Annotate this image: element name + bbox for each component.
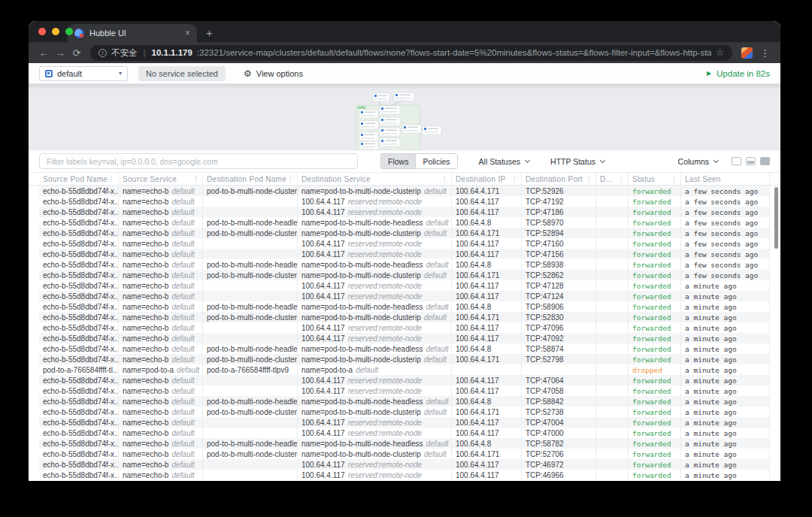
column-header-destination-pod-name[interactable]: Destination Pod Name⋮ <box>203 173 298 185</box>
column-menu-icon[interactable]: ⋮ <box>618 176 624 183</box>
chevron-down-icon: ▾ <box>119 70 122 77</box>
status-badge: forwarded <box>632 208 671 216</box>
table-row[interactable]: echo-b-55d8dbd74f-x…name=echo-bdefault10… <box>39 249 770 259</box>
column-menu-icon[interactable]: ⋮ <box>287 176 293 183</box>
flow-filter-input[interactable] <box>39 153 358 169</box>
table-row[interactable]: echo-b-55d8dbd74f-x…name=echo-bdefault10… <box>39 417 770 428</box>
cell-status: forwarded <box>629 196 681 207</box>
service-map[interactable] <box>29 84 780 150</box>
table-row[interactable]: pod-to-a-766584ffff-tl…name=pod-to-adefa… <box>39 364 770 375</box>
column-menu-icon[interactable]: ⋮ <box>671 176 677 183</box>
scrollbar-thumb[interactable] <box>774 187 778 249</box>
browser-tab[interactable]: Hubble UI × <box>68 24 197 42</box>
table-row[interactable]: echo-b-55d8dbd74f-x…name=echo-bdefault10… <box>39 238 770 249</box>
back-icon[interactable]: ← <box>36 47 51 59</box>
column-menu-icon[interactable]: ⋮ <box>586 176 592 183</box>
cell-status: dropped <box>629 364 681 375</box>
cell-source-service: name=echo-bdefault <box>119 291 203 301</box>
cell-dest-port: TCP:47160 <box>522 238 596 249</box>
column-menu-icon[interactable]: ⋮ <box>108 176 114 183</box>
tab-close-icon[interactable]: × <box>185 29 190 38</box>
cell-dest-ip: 100.64.4.117 <box>452 207 522 217</box>
status-filter-dropdown[interactable]: All Statuses <box>479 157 529 166</box>
table-row[interactable]: echo-b-55d8dbd74f-x…name=echo-bdefault10… <box>39 196 770 207</box>
cell-dest-service: 100.64.4.117reserved:remote-node <box>298 385 452 396</box>
column-header-d[interactable]: D…⋮ <box>596 173 629 185</box>
column-menu-icon[interactable]: ⋮ <box>192 176 198 183</box>
table-row[interactable]: echo-b-55d8dbd74f-x…name=echo-bdefaultpo… <box>39 343 770 354</box>
table-row[interactable]: echo-b-55d8dbd74f-x…name=echo-bdefaultpo… <box>39 228 770 238</box>
column-header-destination-ip[interactable]: Destination IP⋮ <box>452 173 522 185</box>
table-row[interactable]: echo-b-55d8dbd74f-x…name=echo-bdefaultpo… <box>39 407 770 417</box>
http-status-dropdown[interactable]: HTTP Status <box>550 157 604 166</box>
column-header-destination-service[interactable]: Destination Service⋮ <box>298 173 452 185</box>
tab-flows[interactable]: Flows <box>380 153 415 169</box>
bookmark-star-icon[interactable]: ☆ <box>716 47 724 58</box>
table-row[interactable]: echo-b-55d8dbd74f-x…name=echo-bdefaultpo… <box>39 301 770 312</box>
browser-menu-icon[interactable]: ⋮ <box>757 47 773 59</box>
namespace-select[interactable]: default ▾ <box>39 66 128 81</box>
table-row[interactable]: echo-b-55d8dbd74f-x…name=echo-bdefault10… <box>39 375 770 385</box>
status-badge: forwarded <box>632 282 671 290</box>
column-header-destination-port[interactable]: Destination Port⋮ <box>522 173 596 185</box>
app-toolbar: default ▾ No service selected ⚙ View opt… <box>29 63 780 84</box>
table-row[interactable]: echo-b-55d8dbd74f-x…name=echo-bdefault10… <box>39 322 770 333</box>
table-row[interactable]: echo-b-55d8dbd74f-x…name=echo-bdefault10… <box>39 428 770 438</box>
table-row[interactable]: echo-b-55d8dbd74f-x…name=echo-bdefault10… <box>39 207 770 217</box>
new-tab-button[interactable]: + <box>206 27 213 38</box>
cell-last-seen: a minute ago <box>681 364 770 375</box>
cell-dest-port: TCP:47058 <box>522 385 596 396</box>
column-menu-icon[interactable]: ⋮ <box>441 176 447 183</box>
cell-last-seen: a few seconds ago <box>681 270 770 280</box>
table-row[interactable]: echo-b-55d8dbd74f-x…name=echo-bdefaultpo… <box>39 217 770 228</box>
columns-dropdown[interactable]: Columns <box>678 157 718 166</box>
status-badge: forwarded <box>632 419 671 427</box>
cell-dest-port: TCP:46966 <box>522 470 596 480</box>
cell-dest-l7 <box>596 375 629 385</box>
tab-policies[interactable]: Policies <box>415 153 457 169</box>
cell-dest-pod: pod-to-b-multi-node-cluster… <box>203 354 298 364</box>
table-row[interactable]: echo-b-55d8dbd74f-x…name=echo-bdefaultpo… <box>39 312 770 322</box>
update-timer-button[interactable]: ▶ Update in 82s <box>707 69 770 78</box>
address-bar[interactable]: i 不安全 | 10.1.1.179:32321/service-map/clu… <box>90 45 732 61</box>
table-row[interactable]: echo-b-55d8dbd74f-x…name=echo-bdefault10… <box>39 291 770 301</box>
panel-layout-hidden-icon[interactable] <box>732 157 741 165</box>
table-row[interactable]: echo-b-55d8dbd74f-x…name=echo-bdefaultpo… <box>39 354 770 364</box>
view-options-button[interactable]: ⚙ View options <box>244 69 303 78</box>
cell-dest-port: TCP:47186 <box>522 207 596 217</box>
extension-icon[interactable] <box>741 47 753 59</box>
table-row[interactable]: echo-b-55d8dbd74f-x…name=echo-bdefault10… <box>39 459 770 470</box>
cell-source-service: name=echo-bdefault <box>119 333 203 343</box>
cell-dest-service: name=pod-to-b-multi-node-headlessdefault <box>298 396 452 407</box>
column-header-last-seen[interactable]: Last Seen <box>681 173 770 185</box>
table-row[interactable]: echo-b-55d8dbd74f-x…name=echo-bdefault10… <box>39 333 770 343</box>
column-header-source-service[interactable]: Source Service⋮ <box>119 173 203 185</box>
table-row[interactable]: echo-b-55d8dbd74f-x…name=echo-bdefaultpo… <box>39 186 770 196</box>
table-row[interactable]: echo-b-55d8dbd74f-x…name=echo-bdefault10… <box>39 470 770 480</box>
macos-close-button[interactable] <box>38 28 46 35</box>
info-icon[interactable]: i <box>98 49 107 57</box>
table-row[interactable]: echo-b-55d8dbd74f-x…name=echo-bdefault10… <box>39 280 770 291</box>
panel-layout-split-icon[interactable] <box>746 157 756 165</box>
reload-icon[interactable]: ⟳ <box>69 47 84 59</box>
table-row[interactable]: echo-b-55d8dbd74f-x…name=echo-bdefaultpo… <box>39 438 770 449</box>
cell-dest-service: name=pod-to-b-multi-node-headlessdefault <box>298 259 452 270</box>
column-header-status[interactable]: Status⋮ <box>629 173 681 185</box>
cell-dest-l7 <box>596 280 629 291</box>
column-header-source-pod-name[interactable]: Source Pod Name⋮ <box>39 173 119 185</box>
cell-last-seen: a minute ago <box>681 428 770 438</box>
cell-dest-l7 <box>596 449 629 459</box>
table-row[interactable]: echo-b-55d8dbd74f-x…name=echo-bdefaultpo… <box>39 259 770 270</box>
panel-layout-full-icon[interactable] <box>760 157 770 165</box>
table-row[interactable]: echo-b-55d8dbd74f-x…name=echo-bdefaultpo… <box>39 396 770 407</box>
column-menu-icon[interactable]: ⋮ <box>511 176 517 183</box>
macos-minimize-button[interactable] <box>52 28 59 35</box>
table-row[interactable]: echo-b-55d8dbd74f-x…name=echo-bdefault10… <box>39 385 770 396</box>
macos-zoom-button[interactable] <box>65 28 73 35</box>
cell-dest-pod: pod-to-a-766584ffff-tlpv9 <box>203 364 298 375</box>
cell-dest-port: TCP:47156 <box>522 249 596 259</box>
forward-icon[interactable]: → <box>53 47 68 59</box>
table-row[interactable]: echo-b-55d8dbd74f-x…name=echo-bdefaultpo… <box>39 449 770 459</box>
cell-source-service: name=echo-bdefault <box>119 312 203 322</box>
table-row[interactable]: echo-b-55d8dbd74f-x…name=echo-bdefaultpo… <box>39 270 770 280</box>
